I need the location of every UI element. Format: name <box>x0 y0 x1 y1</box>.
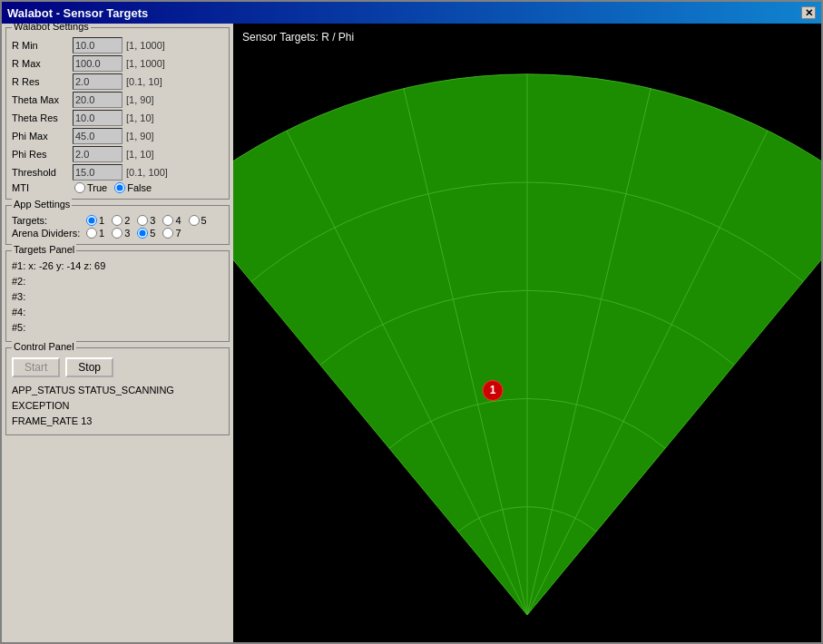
stop-button[interactable]: Stop <box>65 357 113 377</box>
main-window: Walabot - Sensor Targets ✕ Walabot Setti… <box>0 0 823 644</box>
target-row-0: #1: x: -26 y: -14 z: 69 <box>12 259 223 274</box>
target-4[interactable]: 4 <box>162 215 181 226</box>
field-input-5[interactable] <box>73 128 122 144</box>
control-buttons: Start Stop <box>12 357 223 377</box>
walabot-field-6: Phi Res[1, 10] <box>12 146 223 162</box>
field-input-1[interactable] <box>73 55 122 72</box>
walabot-field-7: Threshold[0.1, 100] <box>12 164 223 181</box>
field-range-2: [0.1, 10] <box>126 76 162 87</box>
field-range-0: [1, 1000] <box>126 40 165 51</box>
start-button[interactable]: Start <box>12 357 60 377</box>
walabot-field-1: R Max[1, 1000] <box>12 55 223 72</box>
field-input-6[interactable] <box>73 146 122 162</box>
target-5[interactable]: 5 <box>189 215 207 226</box>
divider-5[interactable]: 5 <box>137 228 155 239</box>
field-input-7[interactable] <box>73 164 122 181</box>
targets-row: Targets: 1 2 3 4 5 <box>12 215 223 226</box>
mti-row: MTI True False <box>12 182 223 193</box>
field-label-6: Phi Res <box>12 149 71 160</box>
targets-label: Targets: <box>12 215 84 226</box>
status-row-0: APP_STATUS STATUS_SCANNING <box>12 383 223 398</box>
targets-radio-group: 1 2 3 4 5 <box>86 215 207 226</box>
radar-canvas <box>233 24 821 642</box>
title-bar: Walabot - Sensor Targets ✕ <box>2 2 821 24</box>
field-range-3: [1, 90] <box>126 94 154 105</box>
app-settings-section: App Settings Targets: 1 2 3 4 5 A <box>5 205 230 245</box>
walabot-settings-section: Walabot Settings R Min[1, 1000]R Max[1, … <box>5 27 230 200</box>
mti-true-label: True <box>87 182 107 193</box>
field-range-1: [1, 1000] <box>126 58 165 69</box>
walabot-fields: R Min[1, 1000]R Max[1, 1000]R Res[0.1, 1… <box>12 37 223 181</box>
field-label-3: Theta Max <box>12 94 71 105</box>
field-label-4: Theta Res <box>12 112 71 123</box>
mti-true-option[interactable]: True <box>74 182 107 193</box>
status-row-2: FRAME_RATE 13 <box>12 414 223 429</box>
targets-panel-section: Targets Panel #1: x: -26 y: -14 z: 69#2:… <box>5 250 230 342</box>
app-settings-content: Targets: 1 2 3 4 5 Arena Dividers: 1 <box>12 215 223 239</box>
field-label-0: R Min <box>12 40 71 51</box>
window-title: Walabot - Sensor Targets <box>7 6 148 20</box>
mti-radio-group: True False <box>74 182 152 193</box>
walabot-field-2: R Res[0.1, 10] <box>12 73 223 90</box>
target-2[interactable]: 2 <box>112 215 130 226</box>
field-input-0[interactable] <box>73 37 122 54</box>
targets-panel-content: #1: x: -26 y: -14 z: 69#2:#3:#4:#5: <box>12 255 223 336</box>
field-range-4: [1, 10] <box>126 112 154 123</box>
targets-panel-title: Targets Panel <box>12 244 76 255</box>
arena-dividers-radio-group: 1 3 5 7 <box>86 228 181 239</box>
control-panel-content: Start Stop APP_STATUS STATUS_SCANNINGEXC… <box>12 352 223 429</box>
left-panel: Walabot Settings R Min[1, 1000]R Max[1, … <box>2 24 233 642</box>
divider-1[interactable]: 1 <box>86 228 104 239</box>
divider-7[interactable]: 7 <box>162 228 181 239</box>
target-row-2: #3: <box>12 289 223 305</box>
walabot-field-5: Phi Max[1, 90] <box>12 128 223 144</box>
field-label-5: Phi Max <box>12 131 71 141</box>
arena-dividers-label: Arena Dividers: <box>12 228 84 239</box>
field-input-2[interactable] <box>73 73 122 90</box>
field-label-2: R Res <box>12 76 71 87</box>
walabot-settings-title: Walabot Settings <box>12 24 91 32</box>
target-1[interactable]: 1 <box>86 215 104 226</box>
mti-false-radio[interactable] <box>114 182 125 193</box>
walabot-field-4: Theta Res[1, 10] <box>12 110 223 126</box>
radar-label: Sensor Targets: R / Phi <box>242 31 354 44</box>
control-panel-section: Control Panel Start Stop APP_STATUS STAT… <box>5 347 230 435</box>
arena-dividers-row: Arena Dividers: 1 3 5 7 <box>12 228 223 239</box>
mti-true-radio[interactable] <box>74 182 85 193</box>
mti-false-label: False <box>127 182 152 193</box>
walabot-field-3: Theta Max[1, 90] <box>12 92 223 108</box>
target-row-1: #2: <box>12 274 223 289</box>
status-row-1: EXCEPTION <box>12 398 223 414</box>
field-label-1: R Max <box>12 58 71 69</box>
walabot-field-0: R Min[1, 1000] <box>12 37 223 54</box>
target-3[interactable]: 3 <box>137 215 155 226</box>
target-row-4: #5: <box>12 320 223 336</box>
control-panel-title: Control Panel <box>12 341 76 352</box>
status-rows: APP_STATUS STATUS_SCANNINGEXCEPTIONFRAME… <box>12 383 223 429</box>
field-range-6: [1, 10] <box>126 149 154 160</box>
app-settings-title: App Settings <box>12 199 72 210</box>
field-range-5: [1, 90] <box>126 131 154 141</box>
field-label-7: Threshold <box>12 167 71 178</box>
field-range-7: [0.1, 100] <box>126 167 168 178</box>
mti-false-option[interactable]: False <box>114 182 152 193</box>
right-panel: Sensor Targets: R / Phi <box>233 24 821 642</box>
divider-3[interactable]: 3 <box>112 228 130 239</box>
main-content: Walabot Settings R Min[1, 1000]R Max[1, … <box>2 24 821 642</box>
field-input-3[interactable] <box>73 92 122 108</box>
mti-label: MTI <box>12 182 71 193</box>
field-input-4[interactable] <box>73 110 122 126</box>
close-button[interactable]: ✕ <box>801 6 816 19</box>
target-row-3: #4: <box>12 305 223 320</box>
